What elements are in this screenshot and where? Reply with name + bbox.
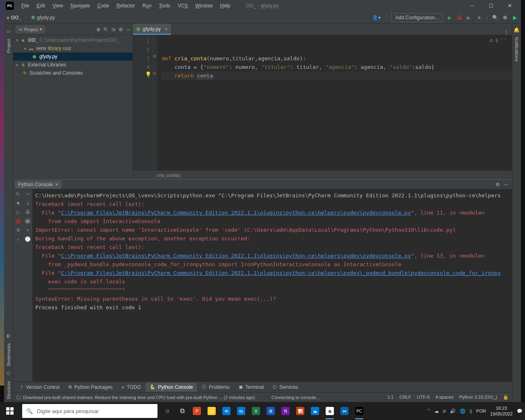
taskbar-mail[interactable]: ✉ <box>219 402 234 420</box>
browse-history-icon[interactable]: 🕘 <box>25 236 31 242</box>
clock[interactable]: 18:2319/05/2022 <box>490 405 513 417</box>
tab-options-icon[interactable]: ⋮ <box>500 29 512 35</box>
menu-refactor[interactable]: Refactor <box>113 1 138 10</box>
indent[interactable]: 4 spaces <box>436 395 454 400</box>
tab-python-console[interactable]: 🐍Python Console <box>146 383 197 392</box>
coverage-icon[interactable]: ▶. <box>466 14 473 21</box>
run-icon[interactable]: ▷ <box>16 209 20 215</box>
up-arrow-icon[interactable]: ˆ <box>501 38 502 43</box>
var-icon[interactable]: ∞ <box>25 218 30 224</box>
battery-icon[interactable]: ▯ <box>470 409 472 414</box>
notifications-icon[interactable]: 🔔 <box>514 27 520 33</box>
scroll-end-icon[interactable]: ⤓ <box>26 200 30 206</box>
taskbar-app[interactable]: X <box>249 402 263 420</box>
structure-icon[interactable]: ⌬ <box>7 371 11 376</box>
close-button[interactable]: ✕ <box>500 0 519 11</box>
fold-gutter[interactable]: ⊟ ⊟ 💡 <box>153 35 158 170</box>
tray-icon[interactable]: ⎚ <box>443 409 446 413</box>
menu-window[interactable]: Window <box>192 1 216 10</box>
taskbar-app[interactable]: N <box>278 402 293 420</box>
stop-icon[interactable]: ■ <box>475 14 483 21</box>
intention-bulb-icon[interactable]: 💡 <box>145 71 151 77</box>
close-tab-icon[interactable]: × <box>165 26 168 32</box>
console-tab[interactable]: Python Console × <box>15 180 62 189</box>
tab-terminal[interactable]: ▣Terminal <box>235 383 268 392</box>
gear-icon[interactable]: ⚙ <box>119 27 123 32</box>
gear-icon[interactable]: ⚙ <box>495 182 500 187</box>
soft-wrap-icon[interactable]: ⤶ <box>26 191 30 197</box>
task-view-icon[interactable]: ⧉ <box>175 402 189 420</box>
cortana-icon[interactable]: ○ <box>160 402 175 420</box>
volume-icon[interactable]: 🔊 <box>450 409 456 414</box>
tab-version-control[interactable]: ᚶVersion Control <box>16 383 64 392</box>
project-view-selector[interactable]: ▭ Project ▾ <box>16 25 45 33</box>
menu-run[interactable]: Run <box>139 1 155 10</box>
locate-icon[interactable]: ⊕ <box>96 27 100 32</box>
print-icon[interactable]: 🖶 <box>25 209 30 215</box>
tray-up-icon[interactable]: ˄ <box>428 409 430 414</box>
menu-view[interactable]: View <box>49 1 66 10</box>
stop-icon[interactable]: ■ <box>16 200 19 206</box>
menu-code[interactable]: Code <box>94 1 112 10</box>
language-indicator[interactable]: POR <box>476 409 486 413</box>
close-icon[interactable]: × <box>55 182 58 187</box>
editor-breadcrumb[interactable]: cria_conta() <box>133 170 512 179</box>
notifications-label[interactable]: Notifications <box>514 34 519 64</box>
inspection-widget[interactable]: ⚠ 5 ˆ ˇ <box>489 38 506 43</box>
caret-pos[interactable]: 1:1 <box>387 395 393 400</box>
attach-debugger-icon[interactable]: 🐞 <box>15 218 21 224</box>
bookmark-icon[interactable]: ◧ <box>7 333 11 338</box>
project-tree[interactable]: ▾■ OO_ C:\Users\adm\PycharmProjects\OO_ … <box>13 35 132 179</box>
menu-vcs[interactable]: VCS <box>174 1 191 10</box>
tab-todo[interactable]: ≡TODO <box>117 383 145 392</box>
editor-tab[interactable]: ⬣ gfydy.py × <box>133 24 171 35</box>
interpreter[interactable]: Python 3.10 (OO_) <box>459 395 497 400</box>
encoding[interactable]: UTF-8 <box>417 395 429 400</box>
tool-window-icon[interactable]: ▢ <box>16 395 21 400</box>
hide-icon[interactable]: ─ <box>504 182 508 187</box>
console-output[interactable]: C:\Users\adm\PycharmProjects\OO_\venv\Sc… <box>33 189 512 381</box>
settings-icon[interactable]: ⚙ <box>501 14 509 21</box>
menu-file[interactable]: File <box>18 1 32 10</box>
action-center-icon[interactable]: 💬 <box>517 409 523 414</box>
taskbar-pycharm[interactable]: PC <box>352 402 367 420</box>
project-tool-label[interactable]: Project <box>6 37 11 55</box>
code-with-me-icon[interactable]: 👤▾ <box>370 14 382 21</box>
rerun-icon[interactable]: ↻ <box>16 191 20 197</box>
expand-all-icon[interactable]: ⇱ <box>104 27 108 32</box>
taskbar-app[interactable]: ≣ <box>263 402 278 420</box>
taskbar-app[interactable]: P <box>189 402 204 420</box>
settings-icon[interactable]: ⚙ <box>16 227 21 233</box>
minimize-button[interactable]: ─ <box>463 0 482 11</box>
menu-help[interactable]: Help <box>217 1 234 10</box>
taskbar-search[interactable]: 🔍 Digite aqui para pesquisar <box>22 404 158 418</box>
taskbar-app[interactable]: 📊 <box>293 402 308 420</box>
tab-problems[interactable]: ⓘProblems <box>198 382 234 392</box>
tab-services[interactable]: ⬡Services <box>269 383 302 392</box>
code-area[interactable]: def cria_conta(numero,titular,agencia,sa… <box>158 35 512 170</box>
onedrive-icon[interactable]: ☁ <box>434 409 439 414</box>
tab-python-packages[interactable]: ⧉Python Packages <box>64 383 116 392</box>
taskbar-chrome[interactable]: ◉ <box>322 402 337 420</box>
project-tool-icon[interactable]: ▭ <box>7 29 11 34</box>
start-button[interactable] <box>0 402 20 420</box>
learn-icon[interactable]: ▶ <box>511 14 518 21</box>
breadcrumb-project[interactable]: OO_ <box>11 15 21 21</box>
add-configuration-button[interactable]: Add Configuration... <box>391 13 443 22</box>
search-icon[interactable]: 🔍 <box>491 14 499 21</box>
down-arrow-icon[interactable]: ˇ <box>504 38 506 43</box>
line-sep[interactable]: CRLF <box>399 395 411 400</box>
menu-edit[interactable]: Edit <box>33 1 48 10</box>
menu-navigate[interactable]: Navigate <box>67 1 93 10</box>
taskbar-explorer[interactable]: 🗀 <box>204 402 219 420</box>
history-icon[interactable]: » <box>26 227 29 233</box>
breadcrumb-file[interactable]: gfydy.py <box>37 15 55 21</box>
tree-file-selected[interactable]: ⬣ gfydy.py <box>13 52 132 61</box>
status-message[interactable]: Download pre-built shared indexes: Reduc… <box>23 395 255 400</box>
structure-tool-label[interactable]: Structure <box>6 379 11 402</box>
maximize-button[interactable]: ☐ <box>482 0 500 11</box>
taskbar-photos[interactable]: ⛰ <box>308 402 322 420</box>
new-console-icon[interactable]: ＋ <box>16 236 21 243</box>
taskbar-store[interactable]: 🛍 <box>234 402 249 420</box>
lock-icon[interactable]: 🔒 <box>503 395 509 400</box>
